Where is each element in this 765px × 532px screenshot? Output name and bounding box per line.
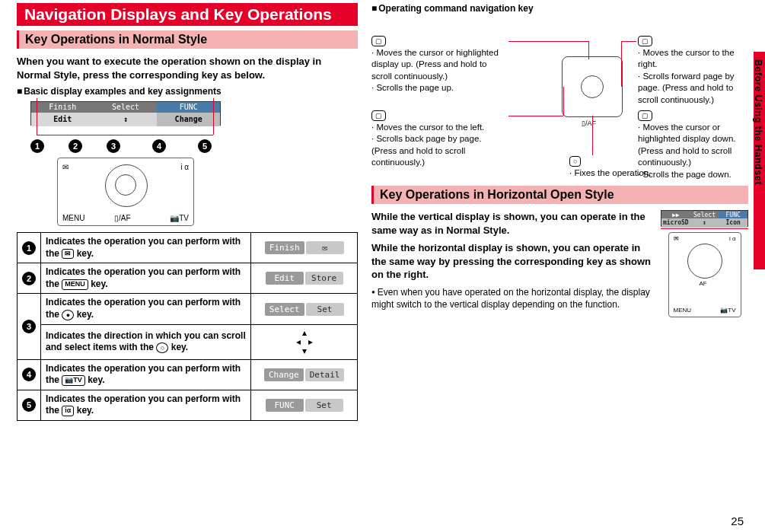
num-1: 1 [30, 139, 44, 153]
af-label: ▯/AF [114, 214, 131, 222]
nav-up-1: Moves the cursor or highlighted display … [371, 48, 499, 81]
num-4: 4 [152, 139, 166, 153]
row-num-1: 1 [22, 241, 36, 255]
nav-right-2: Scrolls forward page by page. (Press and… [638, 72, 735, 104]
basic-heading: Basic display examples and key assignmen… [17, 86, 358, 97]
hseg-c-top: Select [690, 211, 719, 218]
arrow-indicator: ▴◂ ▸▾ [296, 328, 313, 355]
hor-note: Even when you have operated on the horiz… [371, 286, 653, 311]
display-figure: FinishEdit Select↕ FUNCChange 1 2 3 4 5 … [30, 101, 221, 226]
tv-key-icon: 📷TV [62, 375, 85, 386]
page-number: 25 [731, 514, 744, 527]
hk-af-label: AF [700, 280, 707, 287]
btn-finish: Finish [265, 241, 304, 254]
row-3b-desc: Indicates the direction in which you can… [46, 330, 246, 353]
nav-left-1: Moves the cursor to the left. [376, 123, 484, 132]
num-2: 2 [69, 139, 82, 153]
center-key-icon: ○ [569, 156, 581, 167]
menu-key-icon: MENU [62, 279, 88, 290]
nav-keypad-graphic: ▯/AF [562, 56, 623, 117]
sub-title-normal: Key Operations in Normal Style [17, 30, 358, 49]
btn-detail: Detail [305, 368, 345, 381]
sub-title-horizontal: Key Operations in Horizontal Open Style [371, 186, 748, 204]
down-key-icon: ▢ [638, 110, 652, 121]
row-num-4: 4 [22, 368, 36, 381]
keypad-graphic: ✉ i α MENU ▯/AF 📷TV [57, 158, 194, 226]
nav-left-2: Scrolls back page by page. (Press and ho… [371, 134, 481, 167]
seg-scroll: ↕ [94, 113, 158, 126]
btn-set2: Set [305, 399, 343, 412]
center-key-icon: ● [62, 310, 74, 320]
hk-i-label: i α [729, 235, 736, 242]
row-num-2: 2 [22, 272, 36, 285]
ring-key-icon: ○ [156, 342, 168, 353]
seg-edit: Edit [31, 113, 94, 126]
intro-text: When you want to execute the operation s… [17, 55, 358, 81]
hk-menu-label: MENU [674, 307, 692, 314]
seg-select: Select [94, 102, 158, 113]
hk-mail-icon: ✉ [674, 235, 679, 242]
hseg-l-top: ▶▶ [661, 211, 690, 218]
left-key-icon: ▢ [371, 110, 386, 121]
i-alpha-label: i α [180, 163, 189, 171]
operations-table: 1 Indicates the operation you can perfor… [17, 232, 358, 421]
row-num-5: 5 [22, 398, 36, 412]
nav-up-2: Scrolls the page up. [376, 83, 454, 92]
seg-func: FUNC [157, 102, 220, 113]
side-tab-text: Before Using the Handset [753, 59, 763, 185]
main-title: Navigation Displays and Key Operations [17, 3, 358, 26]
ialpha-key-icon: iα [62, 406, 74, 416]
nav-heading: Operating command navigation key [371, 3, 748, 14]
num-5: 5 [198, 139, 212, 153]
btn-store: Store [305, 272, 343, 285]
nav-af-label: ▯/AF [582, 119, 596, 127]
mail-key-icon: ✉ [62, 249, 74, 260]
nav-right-1: Moves the cursor to the right. [638, 48, 735, 69]
btn-change: Change [264, 368, 304, 381]
hor-text-2: While the horizontal display is shown, y… [371, 241, 653, 282]
row-num-3: 3 [22, 320, 36, 333]
nav-diagram: ▯/AF ▢ · Moves the cursor or highlighted… [371, 18, 748, 178]
up-key-icon: ▢ [371, 36, 386, 46]
hseg-r-top: FUNC [719, 211, 747, 218]
horizontal-figure: ▶▶microSD Select↕ FUNCIcon ✉ i α AF MENU… [661, 210, 748, 317]
hseg-c-bot: ↕ [690, 218, 719, 228]
btn-mail: ✉ [306, 241, 344, 254]
num-3: 3 [107, 139, 120, 153]
nav-center: Fixes the operation. [574, 168, 651, 177]
hk-tv-label: 📷TV [720, 307, 735, 314]
btn-select: Select [265, 303, 304, 316]
mail-icon: ✉ [62, 163, 69, 171]
hor-text-1: While the vertical display is shown, you… [371, 210, 653, 237]
hseg-r-bot: Icon [719, 218, 747, 228]
right-key-icon: ▢ [638, 36, 652, 46]
tv-label: 📷TV [170, 214, 189, 222]
seg-change: Change [157, 113, 220, 126]
hseg-l-bot: microSD [661, 218, 690, 228]
btn-edit: Edit [266, 272, 304, 285]
btn-set: Set [306, 303, 344, 316]
seg-finish: Finish [31, 102, 94, 113]
btn-func: FUNC [266, 399, 304, 412]
menu-label: MENU [62, 214, 84, 222]
